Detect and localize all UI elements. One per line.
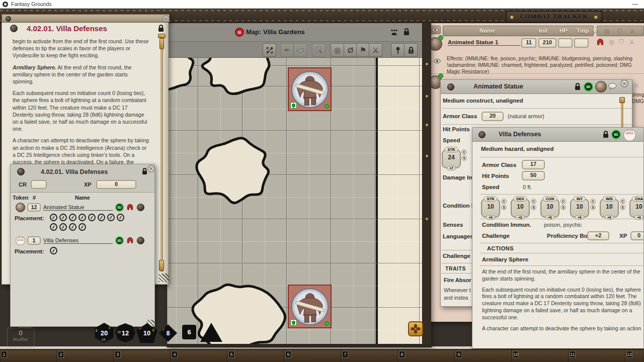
- minimize-button[interactable]: —: [632, 1, 638, 8]
- placement-check[interactable]: ✓: [59, 223, 67, 231]
- xp-field[interactable]: 0: [630, 231, 644, 240]
- map-tool-draw-button[interactable]: ✒: [280, 43, 294, 57]
- map-tool-target-button[interactable]: ◎: [331, 43, 344, 57]
- resize-grip[interactable]: [159, 274, 169, 282]
- map-token-animated-statue-2[interactable]: [288, 285, 332, 328]
- placement-check[interactable]: ✓: [49, 213, 58, 222]
- check-button[interactable]: C: [620, 199, 625, 204]
- xp-field[interactable]: 0: [96, 180, 136, 189]
- hotkey-slot-11[interactable]: 11: [569, 349, 625, 362]
- hotkey-slot-2[interactable]: 2: [57, 349, 114, 362]
- hotkey-slot-6[interactable]: 6: [284, 349, 341, 362]
- save-button[interactable]: S: [590, 205, 596, 210]
- hotkey-slot-5[interactable]: 5: [227, 349, 284, 362]
- placement-check[interactable]: ✓: [78, 223, 87, 231]
- targeting-icon[interactable]: ◎: [609, 38, 614, 46]
- attack-icon[interactable]: ⚔: [629, 38, 635, 46]
- placement-check[interactable]: ✓: [68, 213, 77, 222]
- npc-link[interactable]: Villa Defenses: [43, 237, 113, 244]
- window-menu-orb[interactable]: [6, 16, 11, 22]
- hotkey-slot-7[interactable]: 7: [341, 349, 398, 362]
- anchor-knob-icon[interactable]: [425, 123, 429, 127]
- anchor-knob-icon[interactable]: [425, 95, 429, 98]
- scrollbar-handle[interactable]: [619, 97, 625, 103]
- ability-block-int[interactable]: INT10+0: [570, 197, 589, 218]
- placement-check[interactable]: ✓: [107, 213, 115, 222]
- hotkey-slot-12[interactable]: 12: [625, 349, 644, 362]
- ability-block-cha[interactable]: CHA10+0: [629, 197, 644, 218]
- save-button[interactable]: S: [620, 205, 625, 210]
- placement-check[interactable]: ✓: [59, 213, 67, 222]
- map-title-bar[interactable]: iD Map: Villa Gardens: [167, 23, 431, 42]
- scrollbar-end[interactable]: [159, 260, 164, 271]
- tmp-field[interactable]: [558, 38, 573, 48]
- check-button[interactable]: C: [501, 199, 507, 204]
- count-field[interactable]: 12: [27, 203, 41, 212]
- lock-icon[interactable]: [403, 28, 410, 38]
- hotkey-slot-10[interactable]: 10: [512, 349, 569, 362]
- ac-field[interactable]: 20: [481, 112, 504, 121]
- save-button[interactable]: S: [531, 205, 536, 210]
- placement-check[interactable]: ✓: [97, 213, 106, 222]
- scrollbar[interactable]: [161, 36, 163, 272]
- proficiency-bonus-field[interactable]: +2: [587, 231, 609, 240]
- placement-check[interactable]: ✓: [49, 223, 58, 231]
- map-pan-button[interactable]: [408, 321, 423, 336]
- lock-icon[interactable]: [574, 82, 581, 93]
- encounter-token-villa-defenses[interactable]: VILLADEFNS: [16, 236, 25, 245]
- id-visibility-badge[interactable]: ID: [584, 82, 593, 92]
- map-tool-eraser-button[interactable]: [293, 43, 307, 57]
- id-visibility-badge[interactable]: ID: [611, 130, 621, 139]
- ability-block-str[interactable]: STR 24 +7: [442, 147, 461, 168]
- hotkey-slot-3[interactable]: 3: [114, 349, 171, 362]
- window-menu-orb[interactable]: [17, 168, 25, 175]
- anchor-knob-icon[interactable]: [425, 154, 429, 158]
- placement-check[interactable]: ✓: [49, 246, 58, 255]
- cr-field[interactable]: [31, 180, 47, 189]
- ability-block-con[interactable]: CON10+0: [540, 197, 559, 218]
- map-canvas[interactable]: [168, 58, 422, 344]
- ability-block-str[interactable]: STR10+0: [481, 197, 500, 218]
- hotkey-slot-9[interactable]: 9: [455, 349, 512, 362]
- sheet-token[interactable]: [595, 81, 607, 93]
- placement-check[interactable]: ✓: [78, 213, 87, 222]
- npc-helmet-icon[interactable]: [126, 203, 134, 213]
- tracker-entry-name[interactable]: Animated Statue 1: [448, 39, 520, 46]
- players-icon[interactable]: [390, 29, 398, 38]
- menu-orb[interactable]: [137, 237, 144, 244]
- encounter-token-animated-statue[interactable]: [16, 203, 25, 212]
- close-icon[interactable]: ✕: [163, 15, 170, 22]
- window-menu-orb[interactable]: [10, 25, 18, 32]
- check-button[interactable]: C: [531, 199, 536, 204]
- ac-field[interactable]: 17: [522, 160, 545, 169]
- die-d6[interactable]: 6: [182, 325, 196, 339]
- die-d12[interactable]: 1210: [115, 323, 135, 342]
- scrollbar-handle[interactable]: [159, 38, 164, 49]
- npc-helmet-icon[interactable]: [596, 37, 604, 48]
- story-window-dragbar[interactable]: ✕: [2, 14, 170, 23]
- hp-field[interactable]: 210: [538, 38, 556, 48]
- hotkey-slot-4[interactable]: 4: [171, 349, 227, 362]
- scrollbar-handle[interactable]: [158, 34, 166, 38]
- map-token-animated-statue-1[interactable]: [288, 67, 332, 111]
- npc-link[interactable]: Animated Statue: [43, 204, 113, 211]
- placement-check[interactable]: ✓: [68, 223, 77, 231]
- ability-block-dex[interactable]: DEX10+0: [511, 197, 530, 218]
- hp-field[interactable]: 50: [522, 171, 545, 180]
- map-tool-expand-button[interactable]: [263, 43, 276, 57]
- lock-icon[interactable]: [602, 130, 609, 141]
- sheet-token[interactable]: VILLADEFNS: [623, 129, 636, 141]
- placement-check[interactable]: ✓: [88, 213, 96, 222]
- visibility-toggle-button[interactable]: [430, 26, 441, 34]
- close-icon[interactable]: ✕: [147, 165, 155, 172]
- check-button[interactable]: C: [560, 199, 566, 204]
- save-button[interactable]: S: [501, 205, 507, 210]
- scrollbar[interactable]: [621, 99, 623, 129]
- count-field[interactable]: 1: [27, 236, 41, 245]
- anchor-knob-icon[interactable]: [425, 217, 429, 221]
- map-tool-pin-button[interactable]: [391, 43, 405, 57]
- speech-bubble-icon[interactable]: [608, 83, 617, 93]
- id-visibility-badge[interactable]: ID: [115, 203, 124, 212]
- hotkey-slot-8[interactable]: 8: [398, 349, 455, 362]
- close-icon[interactable]: ✕: [620, 79, 628, 87]
